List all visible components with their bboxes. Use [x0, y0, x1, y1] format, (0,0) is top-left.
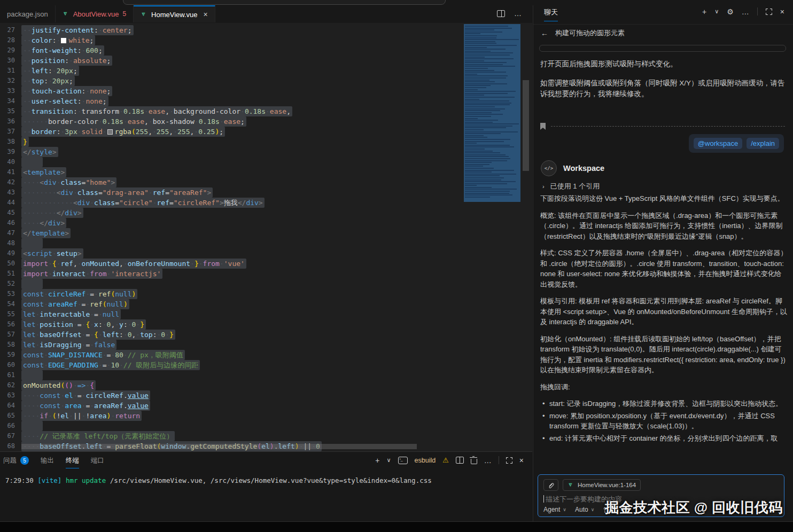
- open-chat-editor-icon[interactable]: [766, 9, 772, 15]
- token: color: [32, 36, 52, 44]
- token: ··: [23, 77, 32, 85]
- workspace-chip[interactable]: @workspace: [694, 138, 742, 149]
- panel-tab-终端[interactable]: 终端: [66, 453, 79, 468]
- close-chat-icon[interactable]: ×: [780, 8, 784, 15]
- code-line: 46····</div>: [0, 218, 460, 228]
- code-line: 40: [0, 157, 460, 167]
- back-icon[interactable]: ←: [541, 29, 548, 37]
- bookmark-icon[interactable]: [540, 123, 546, 130]
- attach-context-button[interactable]: [543, 479, 558, 491]
- callback-bullet-list: start: 记录 isDragging，移除过渡并修改背景、边框与阴影以突出拖…: [540, 398, 788, 443]
- minimap-line: [465, 52, 513, 53]
- panel-more-icon[interactable]: …: [484, 457, 492, 464]
- selected-code: ········<div·class="drag-area"·ref="area…: [21, 187, 213, 198]
- horizontal-scrollbar[interactable]: [21, 444, 417, 449]
- panel-tab-label: 输出: [41, 453, 54, 468]
- tab-AboutView.vue[interactable]: AboutView.vue5: [56, 5, 134, 22]
- code-line: 56let·position·=·{·x:·0,·y:·0·}: [0, 319, 460, 330]
- maximize-panel-icon[interactable]: [506, 457, 512, 464]
- line-number: 47: [0, 228, 21, 238]
- minimap-line: [465, 193, 509, 194]
- panel-tab-label: 终端: [66, 453, 79, 468]
- minimap-line: [465, 103, 511, 104]
- token: 拖我: [224, 199, 238, 207]
- split-editor-icon[interactable]: [497, 10, 505, 17]
- line-number: 66: [0, 421, 21, 431]
- bullet-item: move: 累加 position.x/position.y（基于 event.…: [549, 411, 788, 432]
- model-picker-dropdown[interactable]: Auto ∨: [575, 506, 594, 513]
- token: >: [52, 148, 57, 156]
- collapsed-request-box[interactable]: [539, 45, 786, 52]
- terminal-dropdown-icon[interactable]: ∨: [386, 457, 391, 463]
- new-terminal-icon[interactable]: +: [375, 457, 379, 464]
- minimap[interactable]: [464, 24, 520, 202]
- token: ·: [123, 331, 128, 339]
- vertical-scrollbar[interactable]: [523, 80, 529, 171]
- token: 600: [85, 46, 98, 54]
- token: :: [77, 46, 82, 54]
- new-chat-icon[interactable]: +: [702, 8, 706, 15]
- token: :: [77, 97, 82, 105]
- line-number: 52: [0, 279, 21, 289]
- minimap-line: [465, 26, 508, 27]
- minimap-line: [465, 72, 506, 73]
- token: onBeforeUnmount: [128, 260, 190, 268]
- selected-code: ····if·(!el·||·!area)·return: [21, 411, 142, 421]
- panel-actions: + ∨ esbuild ⚠ … ×: [375, 456, 524, 464]
- assistant-paragraph: 如需调整吸附阈值或吸附到角落（同时吸附 X/Y）或启用吸附动画缓动，请告诉我想要…: [540, 78, 787, 99]
- selected-code: ··border:·3px·solid·rgba(255,·255,·255,·…: [21, 127, 225, 137]
- tab-package.json[interactable]: package.json: [0, 5, 56, 22]
- panel-tab-端口[interactable]: 端口: [91, 453, 104, 468]
- chat-more-icon[interactable]: …: [742, 8, 749, 15]
- tab-label: HomeView.vue: [151, 11, 197, 19]
- context-file-chip[interactable]: HomeView.vue:1-164: [563, 479, 641, 491]
- input-attachments-row: HomeView.vue:1-164: [543, 479, 779, 491]
- token: 'interactjs': [111, 270, 161, 278]
- minimap-line: [465, 141, 504, 142]
- code-line: 35··transition:·transform·0.18s·ease,·ba…: [0, 106, 460, 116]
- editor-more-icon[interactable]: …: [514, 10, 522, 17]
- minimap-line: [465, 126, 512, 127]
- selected-code: let·baseOffset·=·{·left:·0,·top:·0·}: [21, 330, 175, 340]
- line-number: 64: [0, 401, 21, 411]
- minimap-line: [465, 58, 514, 59]
- close-panel-icon[interactable]: ×: [519, 457, 524, 464]
- kill-terminal-icon[interactable]: [471, 459, 477, 464]
- token: ref: [98, 290, 111, 298]
- token: y: [119, 320, 123, 328]
- agent-mode-dropdown[interactable]: Agent ∨: [543, 506, 566, 513]
- token: <: [23, 168, 27, 176]
- chat-settings-icon[interactable]: ⚙: [727, 8, 734, 15]
- assistant-paragraph: 下面按段落说明这份 Vue + TypeScript 风格的单文件组件（SFC）…: [540, 193, 788, 204]
- token: :: [52, 36, 57, 44]
- minimap-line: [465, 100, 509, 101]
- token: ····: [23, 392, 40, 400]
- editor-actions: …: [497, 10, 522, 17]
- close-tab-icon[interactable]: ×: [204, 10, 208, 19]
- token: >: [220, 199, 224, 207]
- terminal-name[interactable]: esbuild: [415, 457, 436, 464]
- panel-tab-问题[interactable]: 问题5: [3, 453, 29, 468]
- tab-label: package.json: [7, 10, 48, 18]
- chat-tab[interactable]: 聊天: [544, 7, 558, 21]
- vue-file-icon: [141, 12, 147, 18]
- token: div: [44, 178, 56, 186]
- token: :: [153, 331, 157, 339]
- token: >: [259, 199, 263, 207]
- tab-HomeView.vue[interactable]: HomeView.vue×: [134, 5, 215, 22]
- line-number: 37: [0, 127, 21, 137]
- code-editor[interactable]: 27··justify-content:·center;28··color:·w…: [0, 23, 532, 451]
- code-line: 50import·{·ref,·onMounted,·onBeforeUnmou…: [0, 259, 460, 269]
- token: setup: [57, 249, 77, 257]
- code-line: 62onMounted(()·=>·{: [0, 380, 460, 390]
- panel-tab-输出[interactable]: 输出: [41, 453, 54, 468]
- references-toggle[interactable]: ›已使用 1 个引用: [542, 182, 600, 191]
- token: :: [44, 77, 48, 85]
- explain-chip[interactable]: /explain: [747, 138, 779, 149]
- chat-history-dropdown-icon[interactable]: ∨: [714, 9, 719, 14]
- token: const: [40, 392, 60, 400]
- command-center[interactable]: [123, 0, 446, 5]
- split-terminal-icon[interactable]: [456, 457, 464, 464]
- minimap-line: [465, 164, 489, 165]
- token: ·: [149, 118, 153, 126]
